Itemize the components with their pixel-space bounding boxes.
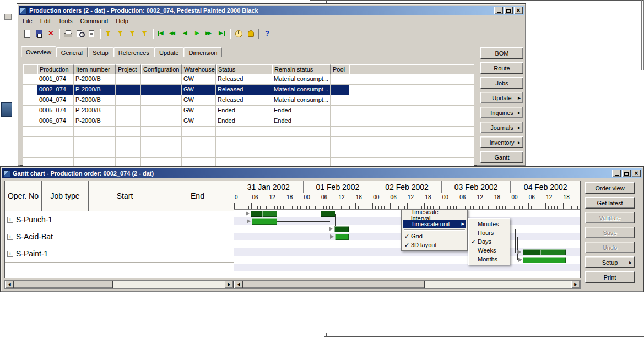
jobs-button[interactable]: Jobs bbox=[480, 77, 523, 89]
menu-item-months[interactable]: Months bbox=[469, 255, 508, 264]
menubar-item-help[interactable]: Help bbox=[112, 17, 132, 25]
tab-update[interactable]: Update bbox=[154, 47, 183, 57]
tab-general[interactable]: General bbox=[56, 47, 88, 57]
menubar-item-edit[interactable]: Edit bbox=[36, 17, 55, 25]
grid-column-header-remain-status[interactable]: Remain status bbox=[272, 64, 331, 74]
menu-item-3d-layout[interactable]: 3D layout bbox=[403, 240, 466, 249]
toolbar-new-button[interactable] bbox=[21, 28, 33, 39]
toolbar-next-record-button[interactable] bbox=[192, 28, 204, 39]
toolbar-filter-by-selection-button[interactable] bbox=[115, 28, 127, 39]
tab-overview[interactable]: Overview bbox=[21, 46, 56, 57]
grid-row-0001_074[interactable]: 0001_074P-2000/BGWReleasedMaterial consu… bbox=[23, 74, 474, 85]
minimize-button[interactable] bbox=[612, 170, 621, 177]
grid-column-header-configuration[interactable]: Configuration bbox=[141, 64, 182, 74]
gantt-bar[interactable] bbox=[523, 249, 540, 255]
grid-column-header-status[interactable]: Status bbox=[216, 64, 272, 74]
restore-button[interactable] bbox=[504, 7, 513, 14]
toolbar-help-button[interactable] bbox=[261, 28, 273, 39]
maximize-button[interactable] bbox=[622, 170, 631, 177]
tab-setup[interactable]: Setup bbox=[88, 47, 113, 57]
gantt-bar[interactable] bbox=[251, 211, 262, 217]
scrollbar-thumb[interactable] bbox=[243, 281, 425, 288]
order-view-button[interactable]: Order view bbox=[585, 182, 635, 194]
chart-horizontal-scrollbar[interactable] bbox=[234, 280, 581, 289]
menubar-item-file[interactable]: File bbox=[19, 17, 36, 25]
production-window-titlebar[interactable]: Production orders (2 - dat) - Production… bbox=[19, 6, 524, 15]
update-button[interactable]: Update bbox=[480, 92, 523, 103]
grid-column-header-pool[interactable]: Pool bbox=[331, 64, 349, 74]
grid-empty-row[interactable] bbox=[23, 147, 474, 158]
grid-column-header-warehouse[interactable]: Warehouse bbox=[182, 64, 216, 74]
toolbar-delete-button[interactable] bbox=[45, 28, 57, 39]
inquiries-button[interactable]: Inquiries bbox=[480, 107, 523, 118]
tab-references[interactable]: References bbox=[113, 47, 154, 57]
expand-plus-icon[interactable] bbox=[7, 234, 13, 240]
gantt-row-s-paint-1[interactable]: S-Paint-1 bbox=[5, 245, 234, 263]
scroll-left-button[interactable] bbox=[5, 281, 14, 288]
gantt-row-s-acid-bat[interactable]: S-Acid-Bat bbox=[5, 228, 234, 245]
scroll-right-button[interactable] bbox=[225, 281, 234, 288]
gantt-window-titlebar[interactable]: Gantt chart - Production order: 0002_074… bbox=[2, 168, 642, 178]
menu-item-timescale-unit[interactable]: Timescale unit bbox=[403, 220, 466, 228]
expand-plus-icon[interactable] bbox=[7, 217, 13, 223]
toolbar-document-handling-button[interactable] bbox=[232, 28, 245, 39]
grid-row-0002_074[interactable]: 0002_074P-2000/BGWReleasedMaterial consu… bbox=[23, 85, 474, 95]
menu-item-minutes[interactable]: Minutes bbox=[469, 220, 508, 228]
menu-item-hours[interactable]: Hours bbox=[469, 228, 508, 237]
gantt-bar[interactable] bbox=[540, 249, 566, 255]
gantt-bar[interactable] bbox=[252, 218, 277, 225]
grid-column-header-item-number[interactable]: Item number bbox=[74, 64, 116, 74]
toolbar-print-preview-button[interactable] bbox=[74, 28, 86, 39]
route-button[interactable]: Route bbox=[480, 62, 523, 74]
close-button[interactable] bbox=[632, 170, 641, 177]
minimize-button[interactable] bbox=[494, 7, 503, 14]
get-latest-button[interactable]: Get latest bbox=[585, 197, 635, 209]
gantt-row-s-punch-1[interactable]: S-Punch-1 bbox=[5, 211, 234, 228]
toolbar-filter-button[interactable] bbox=[127, 28, 139, 39]
toolbar-prior-page-button[interactable] bbox=[167, 28, 180, 39]
journals-button[interactable]: Journals bbox=[480, 122, 523, 133]
menu-item-weeks[interactable]: Weeks bbox=[469, 246, 508, 255]
grid-row-0004_074[interactable]: 0004_074P-2000/BGWReleasedMaterial consu… bbox=[23, 95, 474, 106]
grid-column-header-production[interactable]: Production bbox=[37, 64, 74, 74]
grid-empty-row[interactable] bbox=[23, 127, 474, 137]
scroll-right-button[interactable] bbox=[571, 281, 580, 288]
toolbar-print-button[interactable] bbox=[62, 28, 74, 39]
toolbar-previous-record-button[interactable] bbox=[180, 28, 192, 39]
scrollbar-track[interactable] bbox=[113, 281, 225, 288]
gantt-bar[interactable] bbox=[335, 234, 349, 240]
grid-empty-row[interactable] bbox=[23, 158, 474, 166]
expand-plus-icon[interactable] bbox=[7, 251, 13, 257]
close-button[interactable] bbox=[514, 7, 523, 14]
menubar-item-tools[interactable]: Tools bbox=[55, 17, 77, 25]
menubar-item-command[interactable]: Command bbox=[76, 17, 112, 25]
grid-empty-row[interactable] bbox=[23, 137, 474, 147]
menu-item-timescale-interval[interactable]: Timescale interval bbox=[403, 211, 466, 220]
gantt-bar[interactable] bbox=[262, 211, 277, 217]
toolbar-first-record-button[interactable] bbox=[155, 28, 167, 39]
gantt-bar[interactable] bbox=[321, 211, 335, 217]
menu-item-grid[interactable]: Grid bbox=[403, 232, 466, 240]
toolbar-save-button[interactable] bbox=[33, 28, 45, 39]
toolbar-next-page-button[interactable] bbox=[204, 28, 216, 39]
gantt-button[interactable]: Gantt bbox=[480, 151, 523, 163]
grid-column-header-project[interactable]: Project bbox=[116, 64, 141, 74]
grid-row-0006_074[interactable]: 0006_074P-2000/BGWEndedEnded bbox=[23, 116, 474, 127]
gantt-bar[interactable] bbox=[523, 257, 566, 263]
inventory-button[interactable]: Inventory bbox=[480, 136, 523, 148]
gantt-bar[interactable] bbox=[334, 226, 349, 232]
scroll-left-button[interactable] bbox=[234, 281, 243, 288]
menu-item-days[interactable]: Days bbox=[469, 237, 508, 246]
table-horizontal-scrollbar[interactable] bbox=[4, 280, 234, 289]
toolbar-alerts-button[interactable] bbox=[245, 28, 257, 39]
print-button[interactable]: Print bbox=[585, 271, 635, 283]
setup-button[interactable]: Setup bbox=[585, 256, 635, 268]
toolbar-last-record-button[interactable] bbox=[216, 28, 228, 39]
toolbar-page-button[interactable] bbox=[86, 28, 98, 39]
bom-button[interactable]: BOM bbox=[480, 47, 523, 59]
scrollbar-thumb[interactable] bbox=[14, 281, 113, 288]
grid-row-0005_074[interactable]: 0005_074P-2000/BGWEndedEnded bbox=[23, 106, 474, 116]
toolbar-filter-by-field-button[interactable] bbox=[102, 28, 115, 39]
tab-dimension[interactable]: Dimension bbox=[183, 47, 222, 57]
scrollbar-track[interactable] bbox=[425, 281, 571, 288]
